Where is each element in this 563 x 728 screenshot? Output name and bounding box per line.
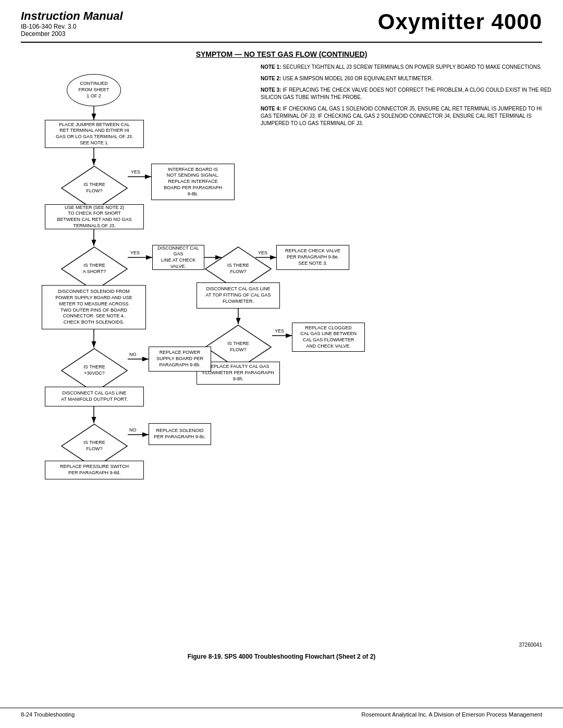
section-title: SYMPTOM — NO TEST GAS FLOW (CONTINUED) [21,50,542,58]
svg-text:YES: YES [275,328,284,334]
start-oval: CONTINUEDFROM SHEET1 OF 2 [67,74,121,106]
footer-right: Rosemount Analytical Inc. A Division of … [361,711,542,718]
box-place-jumper: PLACE JUMPER BETWEEN CALRET TERMINAL AND… [45,120,144,148]
box-replace-pressure-switch: REPLACE PRESSURE SWITCHPER PARAGRAPH 9-8… [45,461,144,479]
manual-subtitle-line1: IB-106-340 Rev. 3.0 [21,23,123,30]
svg-text:NO: NO [129,427,137,433]
box-replace-clogged-line: REPLACE CLOGGEDCAL GAS LINE BETWEENCAL G… [292,323,365,352]
manual-title: Instruction Manual [21,9,123,23]
main-content: NOTE 1: SECURELY TIGHTEN ALL J3 SCREW TE… [16,64,547,663]
svg-text:YES: YES [130,250,140,255]
box-replace-check-valve: REPLACE CHECK VALVEPER PARAGRAPH 9-8e.SE… [276,245,349,270]
svg-text:YES: YES [131,169,140,175]
header-left: Instruction Manual IB-106-340 Rev. 3.0 D… [21,9,123,38]
box-use-meter: USE METER (SEE NOTE 2)TO CHECK FOR SHORT… [45,204,144,229]
page: Instruction Manual IB-106-340 Rev. 3.0 D… [0,0,563,728]
box-disconnect-cal-gas-check-valve: DISCONNECT CAL GASLINE AT CHECK VALVE. [152,245,204,270]
flowchart-container: YES NO YES YES NO [16,64,558,652]
brand-name: Oxymitter 4000 [378,9,542,34]
box-disconnect-manifold: DISCONNECT CAL GAS LINEAT MANIFOLD OUTPU… [45,387,144,406]
box-replace-power-supply: REPLACE POWERSUPPLY BOARD PERPARAGRAPH 9… [149,347,211,372]
svg-text:NO: NO [129,352,137,357]
footer: 8-24 Troubleshooting Rosemount Analytica… [0,708,563,718]
header-right: Oxymitter 4000 [378,9,542,34]
box-disconnect-cal-gas-flowmeter: DISCONNECT CAL GAS LINEAT TOP FITTING OF… [197,282,280,309]
header-divider [21,42,542,43]
header: Instruction Manual IB-106-340 Rev. 3.0 D… [0,0,563,38]
footer-left: 8-24 Troubleshooting [21,711,75,718]
box-disconnect-solenoid: DISCONNECT SOLENOID FROMPOWER SUPPLY BOA… [42,285,146,329]
box-interface-board: INTERFACE BOARD ISNOT SENDING SIGNAL.REP… [151,164,235,200]
manual-subtitle-line2: December 2003 [21,30,123,38]
box-replace-solenoid: REPLACE SOLENOIDPER PARAGRAPH 9-8c. [149,423,211,445]
